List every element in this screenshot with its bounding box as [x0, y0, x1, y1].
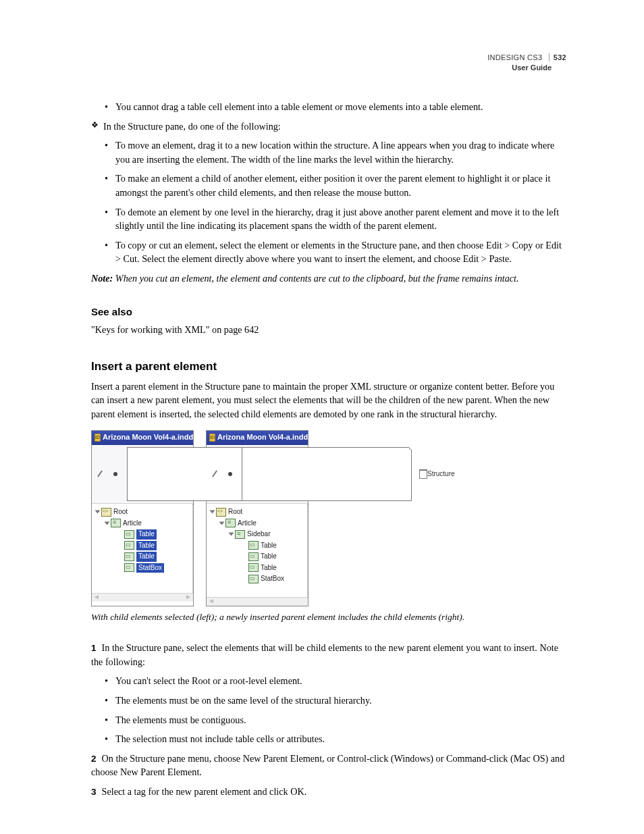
element-icon	[225, 519, 236, 527]
step-1: 1In the Structure pane, select the eleme…	[91, 641, 566, 669]
pane-title-text: Arizona Moon Vol4-a.indd	[103, 432, 193, 443]
disclosure-icon[interactable]	[229, 533, 234, 536]
tree-article[interactable]: Article	[105, 518, 191, 529]
see-also-heading: See also	[91, 305, 566, 319]
element-icon	[124, 541, 134, 550]
tag-icon	[216, 508, 226, 517]
bullet-item: You can't select the Root or a root-leve…	[103, 674, 566, 688]
tree-item[interactable]: Table	[124, 551, 191, 563]
running-header: INDESIGN CS3 532 User Guide	[487, 53, 566, 73]
structure-tab[interactable]: Structure	[427, 469, 455, 479]
step-text: In the Structure pane, select the elemen…	[91, 642, 558, 667]
node-label: Root	[113, 507, 128, 517]
node-label-selected: Table	[136, 529, 157, 540]
tree-article[interactable]: Article	[220, 518, 306, 529]
node-label: Table	[261, 541, 277, 551]
tree-item[interactable]: StatBox	[124, 563, 191, 574]
node-label: Table	[261, 552, 277, 562]
tree-root[interactable]: Root	[211, 506, 306, 518]
element-icon	[248, 575, 259, 583]
element-icon	[248, 563, 259, 572]
bullet-item: To copy or cut an element, select the el…	[103, 238, 566, 266]
section-intro: Insert a parent element in the Structure…	[91, 380, 566, 421]
attribute-icon[interactable]	[226, 470, 234, 478]
pane-titlebar: ID Arizona Moon Vol4-a.indd	[207, 431, 308, 445]
step-number: 2	[91, 754, 97, 764]
tree-item[interactable]: Table	[248, 563, 306, 574]
node-label: Article	[238, 519, 257, 529]
element-icon	[124, 563, 134, 572]
bullet-item: You cannot drag a table cell element int…	[103, 100, 566, 114]
note-text: When you cut an element, the element and…	[115, 273, 519, 284]
guide-label: User Guide	[487, 63, 566, 73]
note-label: Note:	[91, 273, 113, 284]
step-2: 2On the Structure pane menu, choose New …	[91, 752, 566, 779]
structure-pane-left: ID Arizona Moon Vol4-a.indd Structure	[91, 430, 194, 606]
disclosure-icon[interactable]	[219, 521, 225, 525]
tree-item[interactable]: StatBox	[248, 573, 306, 585]
element-icon	[248, 541, 259, 550]
bullet-item: The elements must be contiguous.	[103, 713, 566, 727]
node-label-selected: Table	[136, 552, 157, 562]
step-number: 3	[91, 787, 97, 797]
tag-icon	[101, 508, 111, 517]
bullet-item: The selection must not include table cel…	[103, 732, 566, 746]
document-badge-icon: ID	[209, 434, 215, 442]
disclosure-icon[interactable]	[95, 511, 101, 514]
tree-item[interactable]: Table	[248, 540, 306, 552]
node-label: Root	[228, 507, 242, 517]
bullet-item: To move an element, drag it to a new loc…	[103, 138, 566, 166]
trash-icon[interactable]	[419, 469, 427, 479]
figure-group: ID Arizona Moon Vol4-a.indd Structure	[91, 430, 566, 606]
step-3: 3Select a tag for the new parent element…	[91, 785, 566, 799]
disclosure-icon[interactable]	[105, 521, 110, 525]
node-label-selected: StatBox	[136, 563, 164, 573]
new-element-icon[interactable]	[242, 447, 412, 501]
pane-title-text: Arizona Moon Vol4-a.indd	[217, 432, 308, 443]
step-number: 1	[91, 643, 97, 653]
tree-sidebar[interactable]: Sidebar	[230, 529, 306, 540]
element-icon	[124, 552, 134, 561]
tree-root[interactable]: Root	[96, 506, 191, 518]
pane-titlebar: ID Arizona Moon Vol4-a.indd	[92, 431, 193, 445]
page-number: 532	[549, 53, 566, 61]
document-badge-icon: ID	[95, 434, 101, 442]
step-text: On the Structure pane menu, choose New P…	[91, 753, 564, 778]
node-label-selected: Table	[136, 541, 157, 551]
note-block: Note: When you cut an element, the eleme…	[91, 271, 566, 286]
edit-icon[interactable]	[96, 470, 104, 478]
scrollbar[interactable]	[92, 593, 193, 602]
tree-item[interactable]: Table	[124, 540, 191, 552]
tree-body: Root Article Sidebar Table	[207, 504, 308, 597]
element-icon	[124, 530, 134, 539]
edit-icon[interactable]	[211, 470, 219, 478]
node-label: Sidebar	[247, 529, 270, 540]
bullet-item: To demote an element by one level in the…	[103, 205, 566, 233]
element-icon	[111, 519, 121, 527]
tree-item[interactable]: Table	[248, 551, 306, 563]
pane-toolbar: Structure	[92, 445, 193, 504]
node-label: Table	[261, 563, 277, 573]
procedure-lead: In the Structure pane, do one of the fol…	[91, 120, 566, 134]
attribute-icon[interactable]	[111, 470, 119, 478]
cross-reference: "Keys for working with XML" on page 642	[91, 323, 566, 337]
element-icon	[235, 530, 245, 539]
node-label: StatBox	[261, 574, 284, 584]
body-content: You cannot drag a table cell element int…	[91, 100, 566, 799]
node-label: Article	[123, 519, 142, 529]
element-icon	[248, 552, 259, 561]
scrollbar[interactable]	[207, 597, 308, 606]
tree-item[interactable]: Table	[124, 529, 191, 540]
bullet-item: The elements must be on the same level o…	[103, 694, 566, 708]
bullet-item: To make an element a child of another el…	[103, 172, 566, 199]
step-text: Select a tag for the new parent element …	[102, 786, 307, 797]
page: INDESIGN CS3 532 User Guide You cannot d…	[0, 0, 644, 834]
product-name: INDESIGN CS3	[487, 53, 542, 61]
section-heading: Insert a parent element	[91, 359, 566, 375]
tree-body: Root Article Table Table	[92, 504, 193, 593]
figure-caption: With child elements selected (left); a n…	[91, 610, 566, 624]
disclosure-icon[interactable]	[210, 511, 215, 514]
